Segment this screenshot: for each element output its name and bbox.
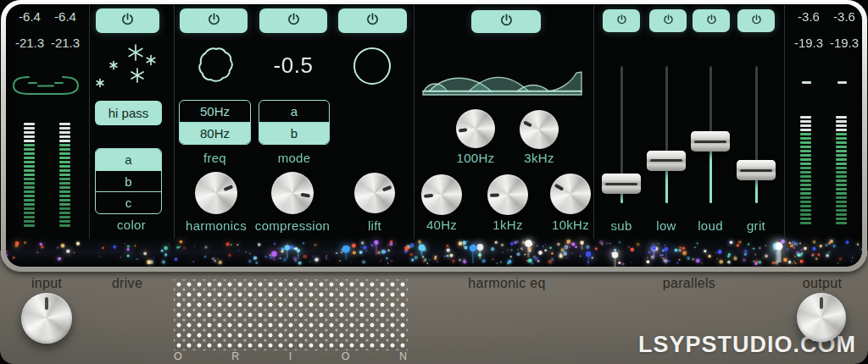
knob-pointer	[459, 128, 468, 132]
input-meter-left	[24, 123, 36, 229]
power-icon	[364, 12, 381, 30]
fader-handle[interactable]	[602, 174, 641, 194]
output-meter-left	[800, 116, 812, 226]
low-power-button[interactable]	[649, 9, 687, 32]
power-icon	[498, 13, 515, 30]
output-peak-right-value: -3.6	[829, 9, 860, 24]
mode-option-a[interactable]: a	[259, 101, 329, 122]
low-fader[interactable]	[647, 66, 686, 203]
lift-circle-icon	[353, 47, 392, 85]
input-knob-pointer	[45, 297, 48, 309]
fader-handle[interactable]	[691, 131, 730, 152]
section-label-drive: drive	[97, 276, 157, 291]
divider	[784, 5, 785, 239]
peak-hold-dash	[837, 81, 847, 84]
lift-knob[interactable]	[354, 173, 395, 213]
power-icon	[285, 12, 303, 30]
output-meter-right	[836, 116, 848, 226]
snowflakes-icon	[89, 41, 165, 91]
sub-fader[interactable]	[602, 66, 641, 203]
input-rms-right-value: -21.3	[47, 36, 83, 50]
color-label: color	[89, 218, 174, 232]
loud-power-button[interactable]	[693, 9, 730, 32]
lift-power-button[interactable]	[338, 8, 407, 33]
output-knob-pointer	[820, 297, 823, 309]
divider	[414, 5, 415, 239]
grit-power-button[interactable]	[737, 9, 775, 32]
eq-3khz-label: 3kHz	[497, 151, 581, 165]
knob-pointer	[554, 184, 564, 191]
output-rms-right-value: -19.3	[826, 36, 862, 50]
section-label-output: output	[793, 276, 852, 291]
compression-power-button[interactable]	[259, 8, 327, 33]
eq-1khz-knob[interactable]	[487, 174, 528, 215]
mode-option-b[interactable]: b	[259, 122, 329, 144]
fader-handle[interactable]	[737, 160, 776, 180]
fader-handle-groove	[650, 159, 682, 162]
divider	[593, 5, 594, 239]
harmonics-blob-icon	[197, 46, 236, 85]
input-peak-right-value: -6.4	[51, 9, 80, 24]
harmonics-label: harmonics	[174, 218, 259, 233]
harmonics-knob[interactable]	[195, 172, 237, 214]
input-rms-left-value: -21.3	[12, 36, 47, 50]
eq-40hz-knob[interactable]	[421, 174, 462, 215]
color-power-button[interactable]	[96, 8, 159, 33]
plugin-window: ORION LSYPSTUDIO.COM input drive harmoni…	[0, 0, 868, 364]
power-icon	[615, 14, 629, 28]
eq-100hz-knob[interactable]	[456, 109, 495, 148]
sub-power-button[interactable]	[603, 9, 640, 32]
knob-pointer	[424, 194, 433, 198]
color-selector: a b c	[95, 148, 162, 214]
power-icon	[749, 14, 764, 28]
power-icon	[119, 12, 136, 30]
fader-handle-groove	[605, 183, 637, 185]
input-knob[interactable]	[21, 293, 72, 344]
eq-3khz-knob[interactable]	[520, 110, 559, 149]
grit-label: grit	[714, 218, 798, 233]
knob-pointer	[490, 193, 499, 196]
compression-label: compression	[250, 218, 335, 233]
output-rms-left-value: -19.3	[791, 36, 826, 50]
grit-fader[interactable]	[737, 66, 776, 203]
freq-option-50hz[interactable]: 50Hz	[180, 101, 250, 122]
mode-label: mode	[259, 151, 330, 165]
freq-selector: 50Hz 80Hz	[179, 100, 251, 145]
input-meter-right	[59, 123, 71, 229]
divider	[174, 5, 175, 239]
harmonic-eq-power-button[interactable]	[471, 10, 541, 33]
harmonics-power-button[interactable]	[180, 8, 248, 33]
output-peak-left-value: -3.6	[793, 9, 824, 24]
fader-handle[interactable]	[647, 151, 686, 171]
hi-pass-button[interactable]: hi pass	[95, 101, 162, 125]
eq-10khz-knob[interactable]	[550, 174, 591, 214]
power-icon	[704, 14, 719, 28]
device-name: ORION	[174, 350, 408, 362]
fader-handle-groove	[694, 141, 726, 143]
knob-pointer	[224, 185, 234, 191]
input-peak-left-value: -6.4	[15, 9, 44, 24]
knob-pointer	[382, 185, 392, 191]
compression-knob[interactable]	[271, 172, 314, 214]
output-knob[interactable]	[797, 293, 846, 342]
color-option-b[interactable]: b	[96, 170, 161, 192]
loud-fader[interactable]	[691, 66, 730, 203]
power-icon	[661, 14, 676, 28]
fader-handle-groove	[740, 169, 772, 172]
section-label-input: input	[17, 276, 76, 291]
color-option-c[interactable]: c	[96, 191, 161, 213]
peak-hold-dash	[802, 81, 811, 84]
power-icon	[205, 12, 223, 30]
knob-pointer	[301, 193, 311, 198]
freq-label: freq	[179, 151, 251, 165]
section-label-harmonic-eq: harmonic eq	[465, 276, 549, 291]
gain-reduction-display	[10, 74, 81, 97]
freq-option-80hz[interactable]: 80Hz	[180, 122, 250, 144]
drive-amount-value: -0.5	[259, 52, 327, 79]
mode-selector: a b	[259, 100, 330, 145]
section-label-parallels: parallels	[647, 276, 732, 291]
eq-curve-display	[422, 70, 583, 96]
city-lights-strip	[6, 234, 862, 267]
color-option-a[interactable]: a	[96, 149, 161, 170]
knob-pointer	[523, 121, 532, 128]
